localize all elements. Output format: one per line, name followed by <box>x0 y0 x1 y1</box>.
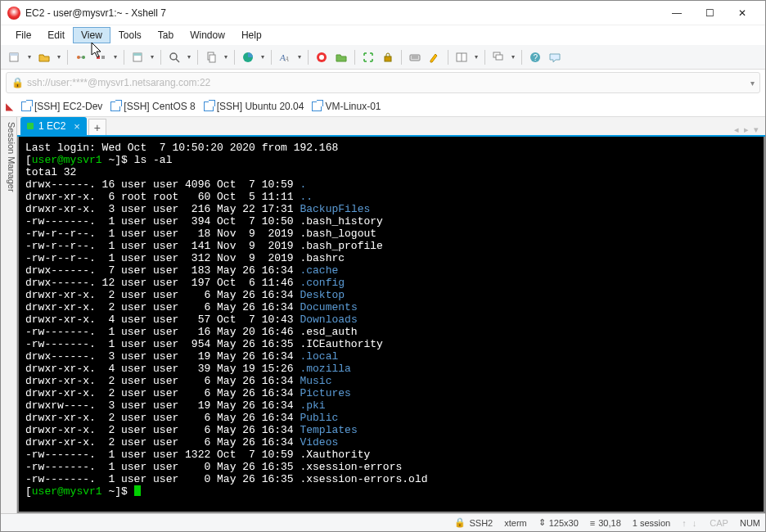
menu-help[interactable]: Help <box>233 27 270 43</box>
layout-icon[interactable] <box>453 48 471 66</box>
keyboard-icon[interactable] <box>406 48 424 66</box>
separator-icon <box>448 50 448 65</box>
window-title: EC2 - user@mysvr1:~ - Xshell 7 <box>25 7 660 19</box>
svg-rect-1 <box>10 53 18 56</box>
open-session-icon[interactable] <box>35 48 53 66</box>
separator-icon <box>67 50 68 65</box>
menu-window[interactable]: Window <box>182 27 233 43</box>
separator-icon <box>234 50 235 65</box>
menu-tools[interactable]: Tools <box>110 27 150 43</box>
link-centos8[interactable]: [SSH] CentOS 8 <box>110 101 195 112</box>
svg-rect-11 <box>210 55 215 62</box>
minimize-button[interactable]: — <box>660 2 693 25</box>
maximize-button[interactable]: ☐ <box>693 2 726 25</box>
session-link-icon <box>21 101 31 111</box>
main-area: 1 EC2 × + ◂ ▸ ▾ Last login: Wed Oct 7 10… <box>17 117 765 513</box>
menu-file[interactable]: File <box>7 27 39 43</box>
separator-icon <box>484 50 485 65</box>
titlebar: EC2 - user@mysvr1:~ - Xshell 7 — ☐ ✕ <box>1 1 765 25</box>
properties-icon[interactable] <box>128 48 146 66</box>
color-scheme-icon[interactable] <box>239 48 257 66</box>
help-icon[interactable]: ? <box>526 48 544 66</box>
highlight-icon[interactable] <box>426 48 444 66</box>
new-session-drop[interactable]: ▾ <box>25 53 34 61</box>
body-area: Session Manager 1 EC2 × + ◂ ▸ ▾ Last log… <box>1 117 765 513</box>
separator-icon <box>124 50 124 65</box>
color-drop[interactable]: ▾ <box>259 53 267 61</box>
disconnect-drop[interactable]: ▾ <box>111 53 119 61</box>
status-cap: CAP <box>710 518 728 528</box>
open-session-drop[interactable]: ▾ <box>55 53 63 61</box>
svg-rect-24 <box>496 55 502 60</box>
xftp-icon[interactable] <box>332 48 350 66</box>
svg-point-8 <box>170 53 177 60</box>
font-drop[interactable]: ▾ <box>295 53 304 61</box>
links-bar: ◣ [SSH] EC2-Dev [SSH] CentOS 8 [SSH] Ubu… <box>1 96 765 117</box>
xshell-icon[interactable] <box>313 48 331 66</box>
svg-rect-17 <box>385 56 391 61</box>
separator-icon <box>521 50 522 65</box>
link-label: [SSH] CentOS 8 <box>124 101 195 112</box>
address-bar[interactable]: 🔒 ssh://user:****@mysvr1.netsarang.com:2… <box>6 72 760 93</box>
link-ubuntu[interactable]: [SSH] Ubuntu 20.04 <box>204 101 304 112</box>
menu-tab[interactable]: Tab <box>150 27 182 43</box>
sidebar-label: Session Manager <box>7 122 16 192</box>
search-icon[interactable] <box>165 48 183 66</box>
new-session-icon[interactable] <box>6 48 24 66</box>
address-drop-icon[interactable]: ▾ <box>750 79 755 88</box>
size-icon: ⇕ <box>538 517 546 528</box>
lock-icon: 🔒 <box>454 517 466 528</box>
separator-icon <box>354 50 355 65</box>
svg-point-16 <box>319 55 324 60</box>
layout-drop[interactable]: ▾ <box>472 53 480 61</box>
status-bar: 🔒SSH2 xterm ⇕125x30 ≡30,18 1 session ↑ ↓… <box>1 513 765 531</box>
tab-next-icon[interactable]: ▸ <box>744 124 749 135</box>
close-button[interactable]: ✕ <box>726 2 759 25</box>
toolbar: ▾ ▾ ▾ ▾ ▾ ▾ ▾ AA ▾ ▾ ▾ ? <box>1 45 765 70</box>
menu-view[interactable]: View <box>73 27 110 43</box>
tab-label: 1 EC2 <box>38 120 65 132</box>
tab-ec2[interactable]: 1 EC2 × <box>20 117 87 135</box>
separator-icon <box>308 50 309 65</box>
svg-rect-4 <box>97 56 100 59</box>
cascade-icon[interactable] <box>489 48 507 66</box>
tab-prev-icon[interactable]: ◂ <box>734 124 739 135</box>
disconnect-icon[interactable] <box>92 48 110 66</box>
session-manager-sidebar[interactable]: Session Manager <box>1 117 17 513</box>
lock-icon: 🔒 <box>11 77 24 88</box>
font-icon[interactable]: AA <box>276 48 294 66</box>
link-label: [SSH] EC2-Dev <box>34 101 102 112</box>
properties-drop[interactable]: ▾ <box>148 53 156 61</box>
session-link-icon <box>204 101 214 111</box>
feedback-icon[interactable] <box>546 48 564 66</box>
bookmark-flag-icon[interactable]: ◣ <box>6 101 13 112</box>
separator-icon <box>160 50 161 65</box>
link-vmlinux[interactable]: VM-Linux-01 <box>312 101 381 112</box>
link-ec2-dev[interactable]: [SSH] EC2-Dev <box>21 101 102 112</box>
tab-bar: 1 EC2 × + ◂ ▸ ▾ <box>17 117 765 137</box>
tab-add-button[interactable]: + <box>88 119 106 135</box>
lock-icon[interactable] <box>379 48 397 66</box>
menu-bar: File Edit View Tools Tab Window Help <box>1 25 765 45</box>
menu-edit[interactable]: Edit <box>39 27 73 43</box>
copy-icon[interactable] <box>202 48 220 66</box>
fullscreen-icon[interactable] <box>359 48 377 66</box>
link-label: VM-Linux-01 <box>325 101 381 112</box>
status-protocol: 🔒SSH2 <box>454 517 493 528</box>
session-link-icon <box>110 101 120 111</box>
tab-close-icon[interactable]: × <box>74 120 80 133</box>
terminal[interactable]: Last login: Wed Oct 7 10:50:20 2020 from… <box>17 137 765 513</box>
svg-line-9 <box>176 59 179 62</box>
status-session: 1 session <box>633 518 670 528</box>
separator-icon <box>197 50 198 65</box>
tab-nav: ◂ ▸ ▾ <box>734 124 762 135</box>
cascade-drop[interactable]: ▾ <box>509 53 517 61</box>
copy-drop[interactable]: ▾ <box>222 53 230 61</box>
search-drop[interactable]: ▾ <box>185 53 193 61</box>
status-arrows: ↑ ↓ <box>682 518 698 528</box>
svg-text:?: ? <box>534 53 538 62</box>
reconnect-icon[interactable] <box>72 48 90 66</box>
tab-list-icon[interactable]: ▾ <box>754 124 759 135</box>
address-text: ssh://user:****@mysvr1.netsarang.com:22 <box>27 77 210 88</box>
app-logo-icon <box>7 7 20 20</box>
